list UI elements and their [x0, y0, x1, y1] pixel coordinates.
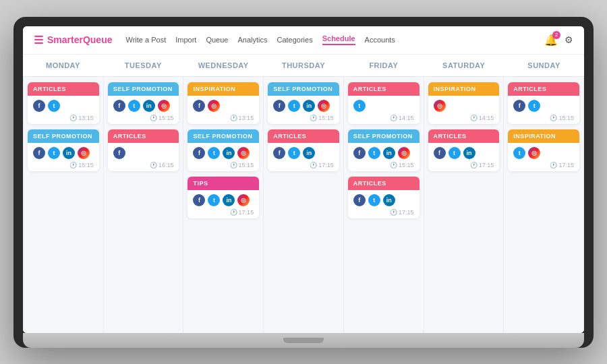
- laptop-base: [23, 333, 584, 348]
- day-header-thu: THURSDAY: [264, 55, 344, 76]
- card-header: ARTICLES: [508, 82, 579, 96]
- card-body: f t in 🕐17:15: [428, 143, 500, 171]
- linkedin-icon: in: [143, 100, 155, 112]
- card-time: 🕐17:15: [273, 162, 334, 169]
- col-wednesday: INSPIRATION f ◎ 🕐13:15 SELF PROMOTION: [183, 77, 264, 333]
- card-time: 🕐15:15: [113, 115, 174, 121]
- card-header: SELF PROMOTION: [348, 129, 420, 143]
- calendar-body: ARTICLES f t 🕐13:15 SELF PROMOTION: [23, 77, 584, 333]
- day-header-mon: MONDAY: [23, 55, 103, 76]
- card-sun-articles[interactable]: ARTICLES f t 🕐15:15: [508, 82, 579, 124]
- laptop-frame: ☰ SmarterQueue Write a Post Import Queue…: [13, 17, 594, 348]
- col-tuesday: SELF PROMOTION f t in ◎ 🕐15:15: [104, 77, 184, 333]
- card-sat-articles[interactable]: ARTICLES f t in 🕐17:15: [428, 129, 500, 171]
- laptop-notch: [283, 338, 324, 343]
- linkedin-icon: in: [303, 100, 315, 112]
- card-fri-selfpromo[interactable]: SELF PROMOTION f t in ◎ 🕐15:15: [348, 129, 420, 171]
- social-icons: f t in ◎: [33, 147, 94, 159]
- card-body: f t in ◎ 🕐15:15: [28, 143, 99, 171]
- card-header: TIPS: [187, 177, 259, 190]
- card-time: 🕐15:15: [193, 162, 254, 169]
- linkedin-icon: in: [303, 147, 315, 159]
- col-saturday: INSPIRATION ◎ 🕐14:15 ARTICLES f: [424, 77, 504, 333]
- card-tue-selfpromo[interactable]: SELF PROMOTION f t in ◎ 🕐15:15: [108, 82, 179, 124]
- linkedin-icon: in: [383, 194, 395, 206]
- card-header: ARTICLES: [348, 177, 420, 190]
- nav-import[interactable]: Import: [175, 36, 196, 44]
- social-icons: t ◎: [513, 147, 574, 159]
- nav-accounts[interactable]: Accounts: [365, 36, 395, 44]
- nav-schedule[interactable]: Schedule: [322, 34, 355, 45]
- facebook-icon: f: [434, 147, 446, 159]
- card-fri-articles1[interactable]: ARTICLES t 🕐14:15: [348, 82, 420, 124]
- facebook-icon: f: [193, 100, 205, 112]
- twitter-icon: t: [449, 147, 461, 159]
- card-header: SELF PROMOTION: [268, 82, 339, 96]
- linkedin-icon: in: [383, 147, 395, 159]
- card-body: f t 🕐13:15: [28, 96, 99, 124]
- card-thu-selfpromo[interactable]: SELF PROMOTION f t in ◎ 🕐15:15: [268, 82, 339, 124]
- day-header-sun: SUNDAY: [504, 55, 584, 76]
- linkedin-icon: in: [463, 147, 475, 159]
- day-header-fri: FRIDAY: [343, 55, 424, 76]
- card-header: ARTICLES: [28, 82, 99, 96]
- card-body: f t in 🕐17:15: [348, 190, 420, 218]
- card-header: SELF PROMOTION: [108, 82, 179, 96]
- nav-categories[interactable]: Categories: [277, 36, 312, 44]
- linkedin-icon: in: [223, 147, 235, 159]
- card-time: 🕐15:15: [273, 115, 334, 121]
- app-logo: ☰ SmarterQueue: [34, 34, 113, 47]
- card-wed-selfpromo[interactable]: SELF PROMOTION f t in ◎ 🕐15:15: [187, 129, 259, 171]
- nav-queue[interactable]: Queue: [206, 36, 228, 44]
- facebook-icon: f: [113, 100, 125, 112]
- card-wed-inspiration[interactable]: INSPIRATION f ◎ 🕐13:15: [187, 82, 259, 124]
- card-header: ARTICLES: [268, 129, 339, 143]
- col-friday: ARTICLES t 🕐14:15 SELF PROMOTION f: [344, 77, 424, 333]
- facebook-icon: f: [513, 100, 525, 112]
- card-header: ARTICLES: [348, 82, 420, 96]
- social-icons: f t in ◎: [193, 147, 254, 159]
- card-body: f t in ◎ 🕐15:15: [187, 143, 259, 171]
- twitter-icon: t: [208, 147, 220, 159]
- notification-bell[interactable]: 🔔 2: [544, 34, 558, 47]
- card-fri-articles2[interactable]: ARTICLES f t in 🕐17:15: [348, 177, 420, 218]
- card-sun-inspiration[interactable]: INSPIRATION t ◎ 🕐17:15: [508, 129, 579, 171]
- nav-right: 🔔 2 ⚙: [544, 34, 573, 47]
- twitter-icon: t: [288, 147, 300, 159]
- card-time: 🕐13:15: [193, 115, 254, 121]
- navbar: ☰ SmarterQueue Write a Post Import Queue…: [23, 26, 584, 55]
- facebook-icon: f: [33, 147, 45, 159]
- card-header: INSPIRATION: [187, 82, 259, 96]
- nav-write-post[interactable]: Write a Post: [126, 36, 167, 44]
- facebook-icon: f: [273, 147, 285, 159]
- card-time: 🕐17:15: [353, 209, 414, 216]
- nav-analytics[interactable]: Analytics: [237, 36, 267, 44]
- facebook-icon: f: [353, 194, 366, 206]
- card-wed-tips[interactable]: TIPS f t in ◎ 🕐17:15: [187, 177, 259, 218]
- card-tue-articles[interactable]: ARTICLES f 🕐16:15: [108, 129, 179, 171]
- instagram-icon: ◎: [158, 100, 170, 112]
- social-icons: f t: [33, 100, 94, 112]
- card-body: ◎ 🕐14:15: [428, 96, 500, 124]
- card-header: ARTICLES: [428, 129, 500, 143]
- day-header-wed: WEDNESDAY: [183, 55, 264, 76]
- menu-icon[interactable]: ☰: [34, 34, 43, 47]
- facebook-icon: f: [33, 100, 45, 112]
- card-thu-articles[interactable]: ARTICLES f t in 🕐17:15: [268, 129, 339, 171]
- social-icons: f t in ◎: [273, 100, 334, 112]
- card-time: 🕐17:15: [193, 209, 254, 216]
- card-sat-inspiration[interactable]: INSPIRATION ◎ 🕐14:15: [428, 82, 500, 124]
- facebook-icon: f: [113, 147, 125, 159]
- instagram-icon: ◎: [528, 147, 540, 159]
- col-monday: ARTICLES f t 🕐13:15 SELF PROMOTION: [24, 77, 104, 333]
- card-mon-articles[interactable]: ARTICLES f t 🕐13:15: [28, 82, 99, 124]
- instagram-icon: ◎: [237, 147, 250, 159]
- twitter-icon: t: [128, 100, 140, 112]
- card-time: 🕐15:15: [33, 162, 94, 169]
- instagram-icon: ◎: [208, 100, 220, 112]
- twitter-icon: t: [48, 147, 60, 159]
- card-mon-selfpromo[interactable]: SELF PROMOTION f t in ◎ 🕐15:15: [28, 129, 99, 171]
- filter-icon[interactable]: ⚙: [565, 34, 573, 45]
- card-body: t 🕐14:15: [348, 96, 420, 124]
- social-icons: f t: [513, 100, 574, 112]
